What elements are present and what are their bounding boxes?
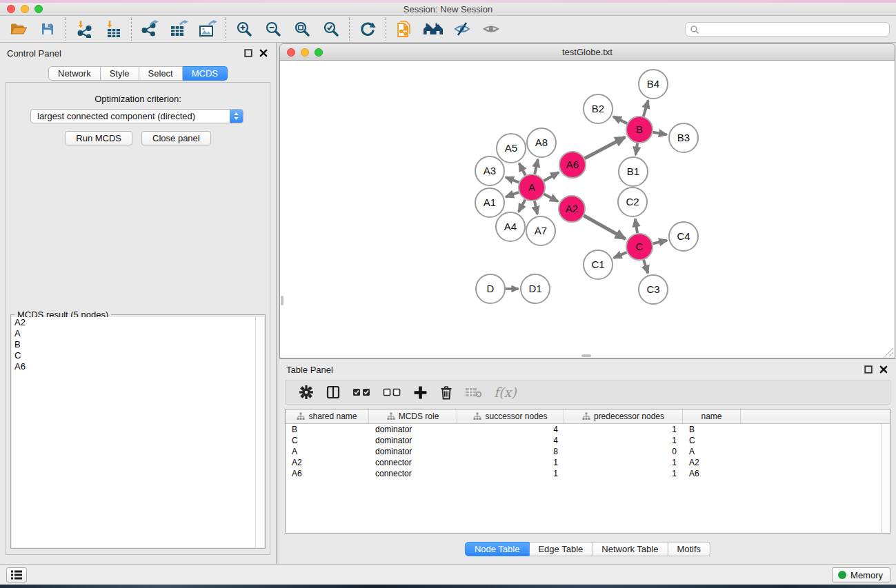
- table-settings-icon[interactable]: [299, 382, 314, 403]
- first-neighbors-icon[interactable]: [419, 17, 448, 41]
- edge-a-a5[interactable]: [519, 163, 526, 175]
- add-row-icon[interactable]: [413, 382, 428, 403]
- node-d[interactable]: D: [476, 274, 505, 303]
- mcds-result-item[interactable]: A2: [12, 317, 255, 328]
- import-network-icon[interactable]: [70, 17, 99, 41]
- node-c2[interactable]: C2: [618, 187, 647, 216]
- tab-edge-table[interactable]: Edge Table: [529, 542, 593, 556]
- column-header-predecessor-nodes[interactable]: predecessor nodes: [564, 409, 683, 423]
- export-image-icon[interactable]: [193, 17, 222, 41]
- mcds-result-item[interactable]: B: [12, 339, 255, 350]
- show-columns-icon[interactable]: [326, 382, 341, 403]
- node-a6[interactable]: A6: [559, 152, 586, 178]
- zoom-fit-icon[interactable]: [288, 17, 317, 41]
- canvas-horizontal-scrollbar[interactable]: [581, 354, 591, 357]
- column-header-name[interactable]: name: [683, 409, 741, 423]
- export-network-icon[interactable]: [135, 17, 164, 41]
- table-row[interactable]: Adominator80A: [286, 446, 890, 457]
- edge-c-c3[interactable]: [644, 260, 648, 273]
- node-c4[interactable]: C4: [669, 222, 698, 251]
- result-list-scrollbar[interactable]: [255, 317, 264, 547]
- show-all-icon[interactable]: [477, 17, 506, 41]
- column-header-shared-name[interactable]: shared name: [286, 409, 369, 423]
- tab-network-table[interactable]: Network Table: [593, 542, 668, 556]
- close-panel-button[interactable]: Close panel: [141, 131, 211, 145]
- node-b2[interactable]: B2: [584, 94, 613, 123]
- node-a5[interactable]: A5: [497, 134, 526, 163]
- table-row[interactable]: A2connector11A2: [286, 457, 890, 468]
- zoom-in-icon[interactable]: [230, 17, 259, 41]
- run-mcds-button[interactable]: Run MCDS: [65, 131, 132, 145]
- node-c[interactable]: C: [626, 234, 653, 260]
- zoom-selected-icon[interactable]: [317, 17, 346, 41]
- float-panel-icon[interactable]: [244, 49, 252, 57]
- memory-button[interactable]: Memory: [832, 567, 890, 582]
- save-session-icon[interactable]: [33, 17, 62, 41]
- edge-b-b4[interactable]: [644, 101, 648, 116]
- canvas-vertical-scrollbar[interactable]: [281, 296, 283, 305]
- edge-a-a6[interactable]: [544, 172, 559, 181]
- hide-selected-icon[interactable]: [448, 17, 477, 41]
- column-header-successor-nodes[interactable]: successor nodes: [457, 409, 564, 423]
- edge-a-a7[interactable]: [535, 201, 537, 214]
- edge-a2-c[interactable]: [584, 216, 625, 239]
- mcds-result-item[interactable]: A: [12, 328, 255, 339]
- tab-node-table[interactable]: Node Table: [465, 542, 530, 556]
- zoom-out-icon[interactable]: [259, 17, 288, 41]
- node-b3[interactable]: B3: [669, 123, 698, 152]
- open-file-icon[interactable]: [4, 17, 33, 41]
- task-history-button[interactable]: [6, 567, 27, 582]
- edge-a-a1[interactable]: [506, 192, 519, 197]
- edge-b-b1[interactable]: [636, 143, 638, 155]
- tab-mcds[interactable]: MCDS: [183, 66, 228, 81]
- close-panel-icon[interactable]: [259, 49, 268, 57]
- search-input[interactable]: [699, 23, 889, 35]
- table-row[interactable]: Cdominator41C: [286, 435, 890, 446]
- column-header-mcds-role[interactable]: MCDS role: [369, 409, 457, 423]
- node-b4[interactable]: B4: [639, 70, 668, 99]
- node-b1[interactable]: B1: [619, 157, 648, 186]
- mcds-result-item[interactable]: A6: [12, 361, 255, 372]
- edge-a-a3[interactable]: [506, 177, 519, 183]
- close-table-panel-icon[interactable]: [879, 365, 888, 374]
- node-a3[interactable]: A3: [475, 156, 504, 185]
- edge-a-a4[interactable]: [519, 200, 526, 212]
- export-table-icon[interactable]: [164, 17, 193, 41]
- float-table-panel-icon[interactable]: [864, 365, 873, 374]
- edge-c-c2[interactable]: [635, 219, 637, 234]
- node-c3[interactable]: C3: [639, 275, 668, 304]
- edge-a6-b[interactable]: [585, 137, 626, 159]
- select-all-icon[interactable]: [352, 382, 371, 403]
- criterion-dropdown[interactable]: largest connected component (directed): [30, 109, 243, 123]
- tab-style[interactable]: Style: [101, 66, 139, 81]
- node-a8[interactable]: A8: [527, 128, 556, 157]
- table-row[interactable]: Bdominator41B: [286, 424, 890, 435]
- function-builder-icon[interactable]: f(x): [494, 382, 517, 403]
- edge-c-c4[interactable]: [653, 241, 667, 244]
- edge-c-c1[interactable]: [614, 252, 627, 258]
- node-d1[interactable]: D1: [521, 274, 550, 303]
- table-scrollbar[interactable]: [881, 424, 890, 533]
- deselect-all-icon[interactable]: [383, 382, 401, 403]
- import-table-icon[interactable]: [99, 17, 128, 41]
- node-a1[interactable]: A1: [475, 188, 504, 217]
- tab-motifs[interactable]: Motifs: [668, 542, 710, 556]
- node-b[interactable]: B: [626, 116, 653, 143]
- edge-a-a8[interactable]: [535, 159, 538, 174]
- node-a[interactable]: A: [519, 174, 545, 201]
- tab-select[interactable]: Select: [139, 66, 183, 81]
- tab-network[interactable]: Network: [48, 66, 101, 81]
- table-row[interactable]: A6connector11A6: [286, 468, 890, 479]
- node-a4[interactable]: A4: [496, 212, 525, 241]
- network-canvas[interactable]: B4B2BB3A8A5A6A3B1AA1C2A2A4A7C4CC1C3DD1: [280, 61, 895, 358]
- delete-table-icon[interactable]: [465, 382, 482, 403]
- node-c1[interactable]: C1: [584, 250, 613, 279]
- edge-a-a2[interactable]: [544, 194, 558, 201]
- node-a2[interactable]: A2: [559, 196, 585, 222]
- mcds-result-item[interactable]: C: [12, 350, 255, 361]
- delete-rows-icon[interactable]: [439, 382, 453, 403]
- node-a7[interactable]: A7: [526, 216, 555, 245]
- edge-b-b2[interactable]: [613, 116, 627, 123]
- refresh-network-icon[interactable]: [353, 17, 382, 41]
- new-network-from-selection-icon[interactable]: [390, 17, 419, 41]
